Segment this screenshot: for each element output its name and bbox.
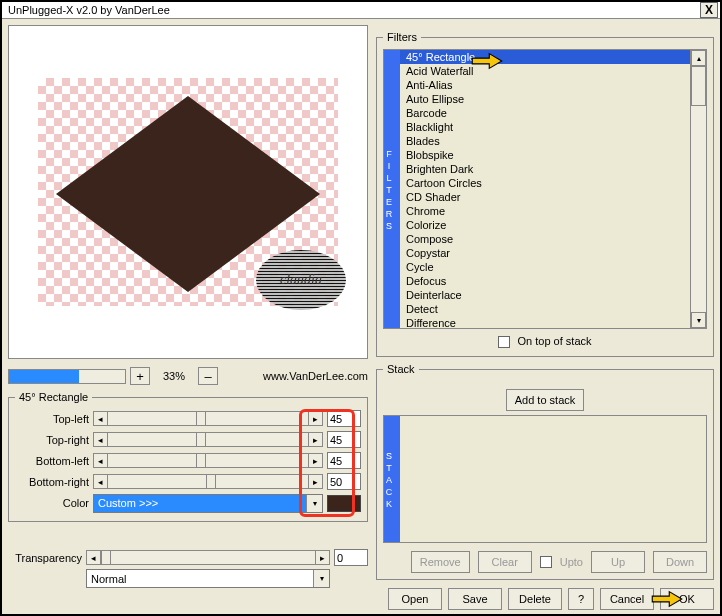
close-icon[interactable]: X [700, 2, 718, 18]
label-bottom-left: Bottom-left [15, 455, 93, 467]
left-column: claudia + 33% – www.VanDerLee.com 45° Re… [8, 25, 368, 610]
slider-top-left[interactable]: ◂ ▸ [93, 411, 323, 426]
chevron-down-icon[interactable]: ▾ [313, 570, 329, 587]
filters-legend: Filters [383, 31, 421, 43]
filters-strip: FILTERS [384, 50, 400, 328]
filters-items[interactable]: 45° RectangleAcid WaterfallAnti-AliasAut… [400, 50, 690, 328]
ontop-checkbox[interactable] [498, 336, 510, 348]
slider-top-right[interactable]: ◂ ▸ [93, 432, 323, 447]
zoom-out-button[interactable]: – [198, 367, 218, 385]
window-title: UnPlugged-X v2.0 by VanDerLee [8, 4, 700, 16]
clear-button[interactable]: Clear [478, 551, 532, 573]
dialog-buttons: Open Save Delete ? Cancel OK [376, 588, 714, 610]
cancel-button[interactable]: Cancel [600, 588, 654, 610]
ok-button[interactable]: OK [660, 588, 714, 610]
highlight-box [299, 409, 355, 517]
filter-item[interactable]: Blades [400, 134, 690, 148]
filter-item[interactable]: CD Shader [400, 190, 690, 204]
save-button[interactable]: Save [448, 588, 502, 610]
filter-item[interactable]: Blacklight [400, 120, 690, 134]
blend-mode-select[interactable]: Normal ▾ [86, 569, 330, 588]
global-params: Transparency ◂ ▸ Normal ▾ [8, 548, 368, 590]
delete-button[interactable]: Delete [508, 588, 562, 610]
input-transparency[interactable] [334, 549, 368, 566]
filter-item[interactable]: Deinterlace [400, 288, 690, 302]
zoom-in-button[interactable]: + [130, 367, 150, 385]
watermark-text: claudia [280, 272, 322, 288]
filter-item[interactable]: Cycle [400, 260, 690, 274]
chevron-left-icon[interactable]: ◂ [94, 433, 108, 446]
filter-item[interactable]: Barcode [400, 106, 690, 120]
scroll-up-icon[interactable]: ▴ [691, 50, 706, 66]
blend-mode-value: Normal [91, 573, 126, 585]
preview-frame: claudia [8, 25, 368, 359]
label-transparency: Transparency [8, 552, 86, 564]
filters-list: FILTERS 45° RectangleAcid WaterfallAnti-… [383, 49, 707, 329]
filter-item[interactable]: Copystar [400, 246, 690, 260]
up-button[interactable]: Up [591, 551, 645, 573]
label-top-right: Top-right [15, 434, 93, 446]
color-combo[interactable]: Custom >>> ▾ [93, 494, 323, 513]
preview-canvas: claudia [38, 78, 338, 306]
ontop-row: On top of stack [383, 329, 707, 350]
zoom-row: + 33% – www.VanDerLee.com [8, 367, 368, 385]
scroll-thumb[interactable] [691, 66, 706, 106]
slider-bottom-right[interactable]: ◂ ▸ [93, 474, 323, 489]
add-to-stack-button[interactable]: Add to stack [506, 389, 585, 411]
slider-transparency[interactable]: ◂ ▸ [86, 550, 330, 565]
filter-item[interactable]: Difference [400, 316, 690, 328]
label-top-left: Top-left [15, 413, 93, 425]
open-button[interactable]: Open [388, 588, 442, 610]
filter-item[interactable]: Compose [400, 232, 690, 246]
down-button[interactable]: Down [653, 551, 707, 573]
filter-item[interactable]: Chrome [400, 204, 690, 218]
filter-item[interactable]: Colorize [400, 218, 690, 232]
chevron-right-icon[interactable]: ▸ [315, 551, 329, 564]
filter-params-group: 45° Rectangle Top-left ◂ ▸ Top-right ◂ [8, 391, 368, 522]
filters-group: Filters FILTERS 45° RectangleAcid Waterf… [376, 31, 714, 357]
help-button[interactable]: ? [568, 588, 594, 610]
zoom-percent: 33% [154, 370, 194, 382]
upto-checkbox[interactable] [540, 556, 552, 568]
filter-item[interactable]: Auto Ellipse [400, 92, 690, 106]
label-color: Color [15, 497, 93, 509]
filter-item[interactable]: Cartoon Circles [400, 176, 690, 190]
filter-item[interactable]: Acid Waterfall [400, 64, 690, 78]
filter-item[interactable]: Anti-Alias [400, 78, 690, 92]
vendor-link[interactable]: www.VanDerLee.com [263, 370, 368, 382]
filter-item[interactable]: 45° Rectangle [400, 50, 690, 64]
stack-legend: Stack [383, 363, 419, 375]
ontop-label: On top of stack [518, 335, 592, 347]
watermark: claudia [256, 250, 346, 310]
stack-list[interactable]: STACK [383, 415, 707, 543]
chevron-left-icon[interactable]: ◂ [94, 454, 108, 467]
plugin-window: UnPlugged-X v2.0 by VanDerLee X claudia [0, 0, 722, 616]
color-combo-text: Custom >>> [98, 497, 158, 509]
client-area: claudia + 33% – www.VanDerLee.com 45° Re… [2, 19, 720, 616]
filters-scrollbar[interactable]: ▴ ▾ [690, 50, 706, 328]
scroll-down-icon[interactable]: ▾ [691, 312, 706, 328]
label-bottom-right: Bottom-right [15, 476, 93, 488]
slider-bottom-left[interactable]: ◂ ▸ [93, 453, 323, 468]
chevron-left-icon[interactable]: ◂ [94, 475, 108, 488]
titlebar: UnPlugged-X v2.0 by VanDerLee X [2, 2, 720, 19]
filter-item[interactable]: Defocus [400, 274, 690, 288]
chevron-left-icon[interactable]: ◂ [87, 551, 101, 564]
stack-group: Stack Add to stack STACK Remove Clear Up… [376, 363, 714, 580]
filter-item[interactable]: Detect [400, 302, 690, 316]
zoom-slider[interactable] [8, 369, 126, 384]
filter-item[interactable]: Brighten Dark [400, 162, 690, 176]
stack-strip: STACK [384, 416, 400, 542]
filter-params-legend: 45° Rectangle [15, 391, 92, 403]
upto-label: Upto [560, 556, 583, 568]
right-column: Filters FILTERS 45° RectangleAcid Waterf… [376, 25, 714, 610]
remove-button[interactable]: Remove [411, 551, 470, 573]
filter-item[interactable]: Blobspike [400, 148, 690, 162]
chevron-left-icon[interactable]: ◂ [94, 412, 108, 425]
